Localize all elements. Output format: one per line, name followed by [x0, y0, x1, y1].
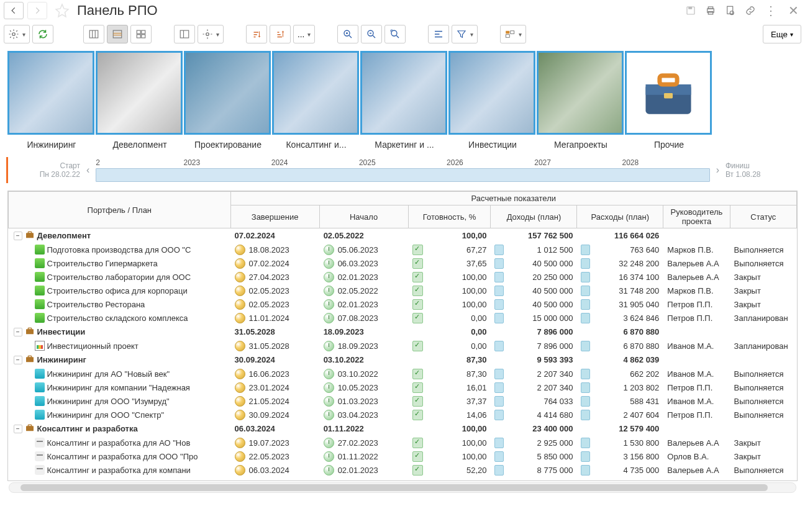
table-row[interactable]: Подготовка производства для ООО "С18.08.…	[9, 243, 797, 256]
link-icon[interactable]	[745, 5, 756, 16]
grid-icon	[135, 29, 147, 40]
table-row[interactable]: Консалтинг и разработка для ООО "Про22.0…	[9, 449, 797, 463]
tile-megaprojects[interactable]	[537, 51, 624, 135]
table-row[interactable]: Инжиниринг для ООО "Изумруд"21.05.202401…	[9, 394, 797, 408]
cell-finish: 30.09.2024	[230, 408, 319, 422]
tile-investment[interactable]	[448, 51, 535, 135]
settings-dropdown[interactable]	[4, 25, 30, 43]
align-button[interactable]	[428, 25, 449, 43]
cell-pct: 0,00	[408, 311, 491, 325]
th-expense[interactable]: Расходы (план)	[577, 205, 663, 228]
table-row[interactable]: Строительство офиса для корпораци02.05.2…	[9, 284, 797, 297]
th-metrics-group[interactable]: Расчетные показатели	[230, 192, 796, 205]
scrollbar-thumb[interactable]	[20, 484, 768, 491]
filter-dropdown[interactable]	[452, 25, 478, 43]
tile-engineering[interactable]	[7, 51, 94, 135]
svg-rect-4	[708, 12, 713, 15]
zoom-out-button[interactable]	[361, 25, 382, 43]
house-icon	[35, 272, 45, 282]
refresh-button[interactable]	[32, 25, 53, 43]
arrow-left-icon	[9, 6, 18, 15]
cell-income: 157 762 500	[491, 228, 577, 243]
cell-finish: 22.05.2023	[230, 449, 319, 463]
th-portfolio[interactable]: Портфель / План	[9, 192, 231, 228]
th-income[interactable]: Доходы (план)	[491, 205, 577, 228]
layout-dropdown[interactable]	[500, 25, 526, 43]
row-name: Инжиниринг для ООО "Изумруд"	[47, 397, 170, 406]
briefcase-icon	[640, 65, 696, 121]
th-finish[interactable]: Завершение	[230, 205, 319, 228]
project-table[interactable]: Портфель / План Расчетные показатели Зав…	[7, 191, 798, 481]
preview-icon[interactable]	[725, 5, 736, 16]
timeline-track[interactable]: 2 2023 2024 2025 2026 2027 2028	[96, 158, 709, 182]
view-list-button[interactable]	[107, 25, 128, 43]
table-row[interactable]: Консалтинг и разработка для АО "Нов19.07…	[9, 436, 797, 449]
cell-finish: 06.03.2024	[230, 463, 319, 477]
print-icon[interactable]	[705, 5, 716, 16]
panel-toggle-button[interactable]	[174, 25, 195, 43]
view-grid-button[interactable]	[130, 25, 152, 43]
money-icon	[494, 410, 504, 420]
settings2-dropdown[interactable]	[198, 25, 224, 43]
table-row[interactable]: Консалтинг и разработка для компани06.03…	[9, 463, 797, 477]
cell-income: 2 207 340	[491, 381, 577, 394]
cell-income: 764 033	[491, 394, 577, 408]
date-badge-icon	[235, 396, 245, 407]
tile-marketing[interactable]	[360, 51, 447, 135]
forward-button[interactable]	[27, 2, 47, 19]
close-icon[interactable]: ✕	[786, 3, 801, 18]
more-menu-button[interactable]: Еще▾	[763, 25, 801, 43]
collapse-toggle[interactable]: –	[14, 328, 22, 336]
table-row[interactable]: Инжиниринг для ООО "Спектр"30.09.202403.…	[9, 408, 797, 422]
table-row[interactable]: Инвестиционный проект31.05.202818.09.202…	[9, 339, 797, 353]
kebab-menu-icon[interactable]: ⋮	[765, 3, 777, 18]
favorite-star-icon[interactable]	[55, 3, 70, 18]
table-row[interactable]: Строительство Гипермаркета07.02.202406.0…	[9, 256, 797, 270]
sort-desc-button[interactable]	[270, 25, 291, 43]
money-icon	[494, 341, 504, 351]
table-group-row[interactable]: –Консалтинг и разработка06.03.202401.11.…	[9, 422, 797, 436]
chart-icon	[35, 341, 45, 351]
table-group-row[interactable]: –Инвестиции31.05.202818.09.20230,007 896…	[9, 325, 797, 339]
collapse-toggle[interactable]: –	[14, 232, 22, 240]
more-sort-dropdown[interactable]: ...	[293, 25, 315, 43]
zoom-fit-button[interactable]	[384, 25, 406, 43]
th-pct[interactable]: Готовность, %	[408, 205, 491, 228]
tile-development[interactable]	[96, 51, 183, 135]
tile-consulting[interactable]	[272, 51, 359, 135]
tile-other[interactable]	[625, 51, 712, 135]
table-group-row[interactable]: –Инжиниринг30.09.202403.10.202287,309 59…	[9, 353, 797, 367]
zoom-in-button[interactable]	[337, 25, 358, 43]
tile-image-placeholder	[539, 53, 622, 133]
timeline-prev-button[interactable]: ‹	[84, 165, 92, 176]
save-icon[interactable]	[685, 5, 696, 16]
table-group-row[interactable]: –Девелопмент07.02.202402.05.2022100,0015…	[9, 228, 797, 243]
horizontal-scrollbar[interactable]	[9, 482, 796, 493]
th-status[interactable]: Статус	[730, 205, 796, 228]
cell-income: 5 850 000	[491, 449, 577, 463]
timeline-bar[interactable]	[96, 168, 709, 182]
th-head[interactable]: Руководитель проекта	[663, 205, 730, 228]
finish-date: Вт 1.08.28	[725, 170, 760, 179]
table-row[interactable]: Строительство лаборатории для ООС27.04.2…	[9, 270, 797, 284]
tile-image-placeholder	[274, 53, 357, 133]
collapse-toggle[interactable]: –	[14, 425, 22, 433]
sort-asc-button[interactable]	[246, 25, 267, 43]
cell-expense: 32 248 200	[577, 256, 663, 270]
house-icon	[35, 286, 45, 295]
cell-income: 2 207 340	[491, 367, 577, 381]
table-row[interactable]: Инжиниринг для АО "Новый век"16.06.20230…	[9, 367, 797, 381]
tile-design[interactable]	[184, 51, 271, 135]
table-row[interactable]: Строительство складского комплекса11.01.…	[9, 311, 797, 325]
th-start[interactable]: Начало	[319, 205, 408, 228]
collapse-toggle[interactable]: –	[14, 356, 22, 364]
back-button[interactable]	[4, 2, 24, 19]
timeline-next-button[interactable]: ›	[714, 165, 722, 176]
cell-start: 02.01.2023	[319, 297, 408, 311]
check-icon	[412, 286, 423, 296]
briefcase-icon	[25, 230, 35, 241]
tick-label: 2028	[622, 158, 709, 167]
view-columns-button[interactable]	[83, 25, 104, 43]
table-row[interactable]: Инжиниринг для компании "Надежная23.01.2…	[9, 381, 797, 394]
table-row[interactable]: Строительство Ресторана02.05.202302.01.2…	[9, 297, 797, 311]
